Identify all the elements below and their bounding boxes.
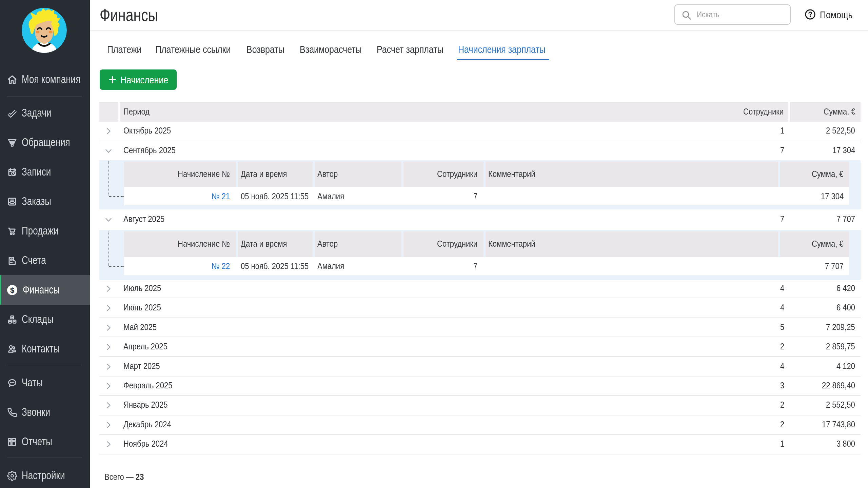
svg-text:$: $: [10, 286, 14, 294]
